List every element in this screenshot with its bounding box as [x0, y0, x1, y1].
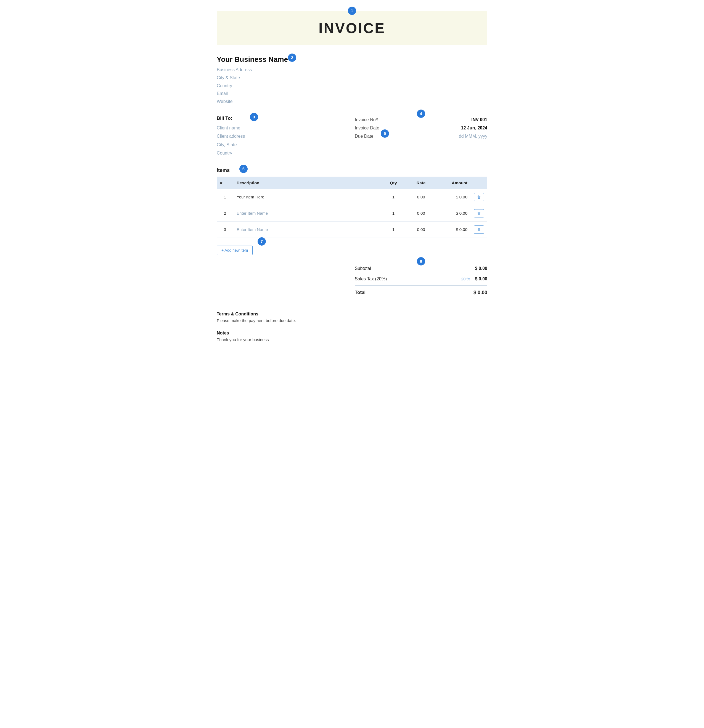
items-table: # Description Qty Rate Amount 1 Your Ite… [217, 177, 487, 238]
table-row: 3 Enter Item Name 1 0.00 $ 0.00 🗑 [217, 221, 487, 238]
delete-item-button[interactable]: 🗑 [474, 225, 484, 234]
bill-to-label: Bill To: [217, 116, 355, 121]
row-amount: $ 0.00 [435, 221, 471, 238]
invoice-no-label: Invoice No# [355, 117, 378, 122]
row-delete-cell: 🗑 [471, 189, 487, 205]
table-row: 2 Enter Item Name 1 0.00 $ 0.00 🗑 [217, 205, 487, 221]
client-address[interactable]: Client address [217, 132, 355, 140]
row-rate[interactable]: 0.00 [407, 221, 435, 238]
notes-text[interactable]: Thank you for your business [217, 337, 487, 342]
row-delete-cell: 🗑 [471, 205, 487, 221]
items-section: 6 Items # Description Qty Rate Amount 1 … [217, 168, 487, 255]
col-amount: Amount [435, 177, 471, 189]
tax-value: $ 0.00 [475, 276, 487, 282]
due-date-label: Due Date [355, 134, 373, 139]
bill-meta-row: 3 Bill To: Client name Client address Ci… [217, 116, 487, 157]
badge-5: 5 [381, 129, 389, 138]
business-name[interactable]: Your Business Name [217, 55, 487, 64]
col-hash: # [217, 177, 233, 189]
notes-title: Notes [217, 331, 487, 335]
tax-label: Sales Tax (20%) [355, 276, 387, 282]
subtotal-value: $ 0.00 [475, 266, 487, 271]
col-rate: Rate [407, 177, 435, 189]
row-qty[interactable]: 1 [380, 189, 407, 205]
table-body: 1 Your Item Here 1 0.00 $ 0.00 🗑 2 Enter… [217, 189, 487, 238]
business-website[interactable]: Website [217, 98, 487, 106]
row-rate[interactable]: 0.00 [407, 189, 435, 205]
col-description: Description [233, 177, 380, 189]
badge-4: 4 [417, 110, 425, 118]
delete-item-button[interactable]: 🗑 [474, 209, 484, 217]
client-city-state[interactable]: City, State [217, 141, 355, 149]
badge-3: 3 [250, 113, 258, 121]
notes-block: Notes Thank you for your business [217, 331, 487, 342]
subtotal-label: Subtotal [355, 266, 371, 271]
invoice-date-row: Invoice Date 12 Jun, 2024 [355, 124, 487, 132]
invoice-no-value[interactable]: INV-001 [471, 117, 487, 122]
client-country[interactable]: Country [217, 149, 355, 157]
col-qty: Qty [380, 177, 407, 189]
badge-1: 1 [348, 7, 356, 15]
row-amount: $ 0.00 [435, 189, 471, 205]
col-action [471, 177, 487, 189]
badge-2: 2 [288, 53, 296, 62]
row-amount: $ 0.00 [435, 205, 471, 221]
terms-text[interactable]: Please make the payment before due date. [217, 318, 487, 323]
badge-6: 6 [239, 165, 248, 173]
bill-to-section: 3 Bill To: Client name Client address Ci… [217, 116, 355, 157]
totals-section: 8 Subtotal $ 0.00 Sales Tax (20%) 20 % $… [217, 263, 487, 298]
row-description[interactable]: Your Item Here [233, 189, 380, 205]
invoice-date-value[interactable]: 12 Jun, 2024 [461, 126, 487, 130]
row-qty[interactable]: 1 [380, 221, 407, 238]
invoice-meta: 4 Invoice No# INV-001 Invoice Date 12 Ju… [355, 116, 487, 140]
business-country[interactable]: Country [217, 82, 487, 90]
badge-8: 8 [417, 257, 425, 266]
total-value: $ 0.00 [473, 290, 487, 296]
row-description[interactable]: Enter Item Name [233, 205, 380, 221]
terms-title: Terms & Conditions [217, 312, 487, 316]
totals-table: 8 Subtotal $ 0.00 Sales Tax (20%) 20 % $… [355, 263, 487, 298]
invoice-date-label: Invoice Date [355, 126, 379, 130]
tax-row: Sales Tax (20%) 20 % $ 0.00 [355, 274, 487, 284]
tax-rate[interactable]: 20 % [461, 277, 470, 281]
row-rate[interactable]: 0.00 [407, 205, 435, 221]
row-description[interactable]: Enter Item Name [233, 221, 380, 238]
row-num: 2 [217, 205, 233, 221]
business-section: 2 Your Business Name Business Address Ci… [217, 55, 487, 106]
terms-block: Terms & Conditions Please make the payme… [217, 312, 487, 323]
business-address[interactable]: Business Address [217, 66, 487, 74]
invoice-header: 1 INVOICE [217, 11, 487, 45]
total-row: Total $ 0.00 [355, 285, 487, 298]
due-date-row: 5 Due Date dd MMM, yyyy [355, 132, 487, 140]
row-delete-cell: 🗑 [471, 221, 487, 238]
client-name[interactable]: Client name [217, 124, 355, 132]
total-label: Total [355, 290, 366, 295]
footer-section: Terms & Conditions Please make the payme… [217, 312, 487, 342]
items-label: Items [217, 168, 487, 173]
row-num: 3 [217, 221, 233, 238]
badge-7: 7 [257, 237, 266, 246]
business-city-state[interactable]: City & State [217, 74, 487, 82]
due-date-value[interactable]: dd MMM, yyyy [459, 134, 487, 139]
delete-item-button[interactable]: 🗑 [474, 193, 484, 201]
business-email[interactable]: Email [217, 90, 487, 98]
table-header: # Description Qty Rate Amount [217, 177, 487, 189]
row-qty[interactable]: 1 [380, 205, 407, 221]
add-item-button[interactable]: + Add new item [217, 246, 253, 255]
table-row: 1 Your Item Here 1 0.00 $ 0.00 🗑 [217, 189, 487, 205]
business-details: Business Address City & State Country Em… [217, 66, 487, 106]
row-num: 1 [217, 189, 233, 205]
invoice-title: INVOICE [217, 20, 487, 36]
